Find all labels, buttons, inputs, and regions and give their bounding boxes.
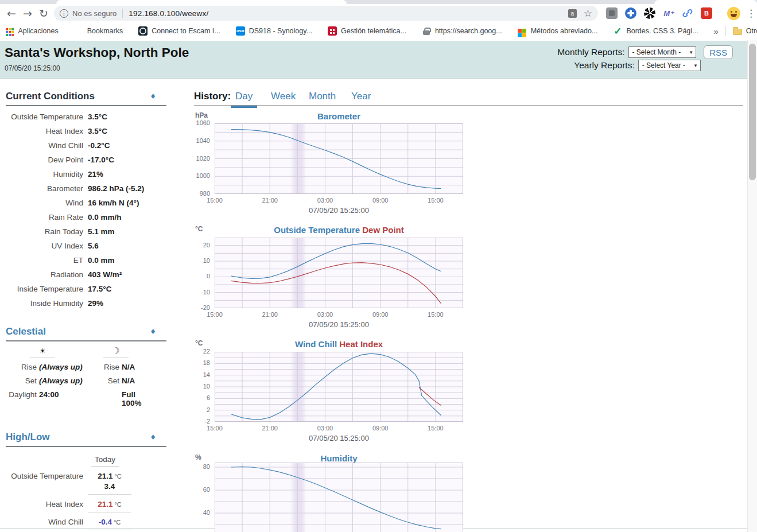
- tab-day[interactable]: Day: [231, 90, 257, 108]
- monthly-select-value: - Select Month -: [632, 48, 681, 56]
- yearly-select-value: - Select Year -: [642, 61, 685, 69]
- y-axis-tick: 980: [189, 190, 210, 197]
- yearly-reports-label: Yearly Reports:: [574, 60, 634, 71]
- bookmark-star-icon[interactable]: ☆: [584, 7, 592, 19]
- url-text[interactable]: 192.168.0.100/weewx/: [129, 9, 208, 18]
- security-label[interactable]: No es seguro: [72, 9, 117, 18]
- y-axis-tick: 1000: [189, 172, 210, 179]
- address-bar[interactable]: i No es seguro 192.168.0.100/weewx/ a ☆: [54, 6, 598, 21]
- metric-unit: °C: [114, 473, 121, 480]
- metric-label: Wind: [6, 199, 83, 207]
- highlow-row: Heat Index21.1°C: [6, 499, 166, 512]
- metric-value: 21.1: [98, 500, 112, 508]
- current-conditions-row: Radiation403 W/m²: [6, 267, 166, 282]
- metric-value: 0.0 mm/h: [88, 213, 122, 222]
- monthly-reports-select[interactable]: - Select Month - ▼: [628, 46, 697, 58]
- scrollbar-thumb[interactable]: [749, 44, 756, 180]
- forward-icon[interactable]: →: [20, 5, 36, 21]
- station-timestamp: 07/05/20 15:25:00: [5, 64, 60, 72]
- current-conditions-row: Heat Index3.5°C: [6, 124, 166, 138]
- rss-button[interactable]: RSS: [704, 45, 733, 59]
- metric-value: 21%: [88, 170, 103, 178]
- section-header[interactable]: Celestial ♦: [6, 326, 166, 341]
- chevron-down-icon: ▼: [689, 50, 693, 55]
- docs-extension-icon[interactable]: B: [701, 7, 712, 19]
- y-axis-tick: 14: [189, 371, 210, 378]
- y-axis-tick: 1040: [189, 137, 210, 144]
- section-title: Current Conditions: [6, 91, 95, 102]
- yearly-reports-select[interactable]: - Select Year - ▼: [638, 60, 701, 71]
- metric-label: ET: [6, 256, 83, 265]
- y-axis-tick: 6: [189, 394, 210, 401]
- collapse-diamond-icon[interactable]: ♦: [150, 328, 156, 336]
- x-axis-tick: 15:00: [420, 311, 452, 318]
- chart-plot-area: [215, 463, 463, 532]
- page-scrollbar[interactable]: [747, 40, 757, 532]
- bookmark-item[interactable]: https://search.goog...: [422, 26, 502, 36]
- current-conditions-row: Outside Temperature3.5°C: [6, 110, 166, 124]
- moon-icon: ☽: [112, 345, 119, 356]
- collapse-diamond-icon[interactable]: ♦: [150, 433, 156, 441]
- y-axis-tick: -20: [189, 304, 210, 311]
- daylight-value: 24:00: [39, 390, 93, 407]
- metric-label: Humidity: [6, 170, 83, 178]
- back-icon[interactable]: ←: [3, 5, 20, 21]
- bookmark-item[interactable]: DSMDS918 - Synology...: [236, 26, 312, 36]
- folder-icon: [733, 29, 742, 35]
- apps-shortcut[interactable]: Aplicaciones: [5, 27, 59, 35]
- notebook-extension-icon[interactable]: [606, 7, 618, 19]
- extensions-area: M⁺ B: [606, 7, 712, 19]
- x-axis-tick: 21:00: [254, 311, 286, 318]
- x-axis-tick: 21:00: [254, 425, 286, 432]
- section-header[interactable]: High/Low ♦: [6, 432, 166, 447]
- bookmark-label: Bordes. CSS 3. Pági...: [626, 27, 698, 35]
- site-header: Santa's Workshop, North Pole 07/05/20 15…: [0, 41, 747, 79]
- info-icon[interactable]: i: [60, 9, 68, 18]
- bookmark-label: Gestión telemática...: [341, 27, 406, 35]
- tab-week[interactable]: Week: [266, 90, 300, 106]
- bookmark-item[interactable]: Gestión telemática...: [328, 26, 406, 36]
- x-axis-tick: 09:00: [364, 197, 397, 204]
- shutter-extension-icon[interactable]: [644, 7, 655, 19]
- metric-value: 5.1 mm: [88, 227, 115, 236]
- current-conditions-row: UV Index5.6: [6, 239, 166, 253]
- sun-rise-value: (Always up): [39, 363, 93, 371]
- metric-label: Inside Humidity: [6, 299, 83, 308]
- pinwheel-extension-icon[interactable]: [625, 7, 636, 19]
- highlow-values: 21.1°C3.4: [88, 471, 131, 495]
- bookmarks-overflow-icon[interactable]: »: [713, 26, 718, 36]
- history-label: History:: [194, 91, 231, 102]
- y-axis-tick: -2: [189, 418, 210, 425]
- bookmark-item[interactable]: Bookmarks: [74, 26, 123, 36]
- x-axis-tick: 03:00: [309, 425, 341, 432]
- m-plus-extension-icon[interactable]: M⁺: [663, 7, 674, 19]
- other-bookmarks[interactable]: Otros marcadores: [733, 27, 757, 35]
- section-header[interactable]: Current Conditions ♦: [6, 91, 166, 106]
- profile-avatar[interactable]: [727, 7, 740, 20]
- reload-icon[interactable]: ↻: [36, 5, 52, 21]
- browser-tab[interactable]: [654, 0, 757, 4]
- chart-title-part: Outside Temperature: [274, 225, 360, 235]
- tab-year[interactable]: Year: [347, 90, 375, 106]
- y-axis-tick: 10: [189, 257, 210, 264]
- lock-icon: [422, 26, 431, 36]
- bookmark-item[interactable]: Métodos abreviado...: [518, 24, 598, 38]
- active-browser-tab[interactable]: [56, 0, 347, 4]
- metric-label: Inside Temperature: [6, 285, 83, 293]
- tab-month[interactable]: Month: [304, 90, 340, 106]
- sun-set-label: Set: [6, 376, 37, 385]
- chart-title: Humidity: [215, 453, 463, 463]
- check-icon: ✓: [613, 26, 622, 36]
- collapse-diamond-icon[interactable]: ♦: [150, 92, 156, 100]
- chart-caption: 07/05/20 15:25:00: [215, 206, 463, 215]
- omnibox-divider: [122, 9, 123, 18]
- menu-icon[interactable]: ⋮: [746, 7, 756, 19]
- link-extension-icon[interactable]: [682, 7, 693, 19]
- y-axis-tick: 60: [189, 486, 210, 493]
- bookmark-item[interactable]: Connect to Escam I...: [138, 26, 220, 36]
- chart-title: Barometer: [215, 111, 463, 121]
- bookmark-item[interactable]: ✓Bordes. CSS 3. Pági...: [613, 26, 698, 36]
- translate-icon[interactable]: a: [568, 9, 577, 18]
- camera-icon: [138, 26, 147, 36]
- chart-title: Outside Temperature Dew Point: [215, 225, 463, 235]
